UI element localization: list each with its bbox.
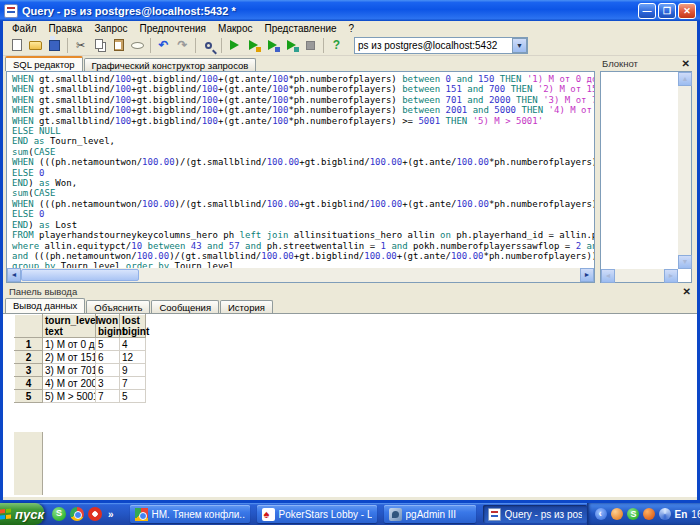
menu-item-?[interactable]: ?: [343, 23, 361, 34]
tray-swirl-icon[interactable]: [659, 508, 671, 520]
row-number[interactable]: 1: [15, 338, 43, 351]
grid-corner-cell[interactable]: [15, 315, 43, 338]
row-number[interactable]: 2: [15, 351, 43, 364]
menu-item-представление[interactable]: Представление: [258, 23, 342, 34]
cell-tourn_level[interactable]: 5) М > 5001: [43, 390, 96, 403]
scroll-right-icon[interactable]: ►: [664, 269, 678, 283]
chrome-quicklaunch-icon[interactable]: [70, 507, 84, 521]
tray-hide-icon[interactable]: [595, 508, 607, 520]
scratchpad-vscrollbar[interactable]: ▲ ▼: [678, 72, 691, 269]
table-row[interactable]: 44) М от 2001 до 500037: [15, 377, 146, 390]
cell-tourn_level[interactable]: 3) М от 701 до 2000: [43, 364, 96, 377]
row-number[interactable]: 4: [15, 377, 43, 390]
skype-quicklaunch-icon[interactable]: [52, 507, 66, 521]
cell-won[interactable]: 3: [96, 377, 120, 390]
language-indicator[interactable]: En: [675, 509, 688, 520]
output-tab[interactable]: Объяснить: [86, 300, 150, 313]
cell-won[interactable]: 6: [96, 351, 120, 364]
scroll-left-icon[interactable]: ◄: [601, 269, 615, 283]
tab-graphical-query-builder[interactable]: Графический конструктор запросов: [84, 58, 257, 71]
table-row[interactable]: 55) М > 500175: [15, 390, 146, 403]
close-button[interactable]: ✕: [678, 3, 696, 19]
skype-tray-icon[interactable]: [627, 508, 639, 520]
sql-text[interactable]: WHEN gt.smallblind/100+gt.bigblind/100+(…: [7, 72, 594, 268]
row-number[interactable]: 3: [15, 364, 43, 377]
explain-options-icon[interactable]: [282, 37, 301, 54]
scroll-down-icon[interactable]: ▼: [678, 255, 692, 269]
minimize-button[interactable]: —: [638, 3, 656, 19]
cell-tourn_level[interactable]: 2) М от 151 до 700: [43, 351, 96, 364]
taskbar-button[interactable]: PokerStars Lobby - L...: [257, 505, 377, 523]
scratchpad-close-icon[interactable]: ✕: [682, 58, 690, 69]
maximize-button[interactable]: ❐: [658, 3, 676, 19]
cell-won[interactable]: 7: [96, 390, 120, 403]
tab-sql-editor[interactable]: SQL редактор: [5, 56, 83, 71]
output-panel-close-icon[interactable]: ✕: [683, 286, 691, 297]
scroll-left-icon[interactable]: ◄: [7, 268, 21, 282]
cell-tourn_level[interactable]: 4) М от 2001 до 5000: [43, 377, 96, 390]
cell-won[interactable]: 6: [96, 364, 120, 377]
table-row[interactable]: 33) М от 701 до 200069: [15, 364, 146, 377]
scroll-up-icon[interactable]: ▲: [678, 72, 692, 86]
new-file-icon[interactable]: [7, 37, 26, 54]
cell-lost[interactable]: 4: [120, 338, 146, 351]
copy-icon[interactable]: [90, 37, 109, 54]
cell-lost[interactable]: 9: [120, 364, 146, 377]
cut-icon[interactable]: ✂: [71, 37, 90, 54]
cell-lost[interactable]: 5: [120, 390, 146, 403]
query-window-icon: [488, 508, 501, 521]
table-row[interactable]: 11) М от 0 до 15054: [15, 338, 146, 351]
undo-icon[interactable]: ↶: [154, 37, 173, 54]
table-row[interactable]: 22) М от 151 до 700612: [15, 351, 146, 364]
output-tabstrip: Вывод данныхОбъяснитьСообщенияИстория: [3, 298, 697, 313]
menu-item-правка[interactable]: Правка: [43, 23, 89, 34]
cell-lost[interactable]: 12: [120, 351, 146, 364]
cell-won[interactable]: 5: [96, 338, 120, 351]
help-icon[interactable]: ?: [327, 37, 346, 54]
output-tab[interactable]: Вывод данных: [5, 298, 85, 313]
save-icon[interactable]: [45, 37, 64, 54]
column-header-lost[interactable]: lostbigint: [120, 315, 146, 338]
row-number[interactable]: 5: [15, 390, 43, 403]
quick-launch-overflow-icon[interactable]: »: [108, 509, 114, 520]
start-button[interactable]: пуск: [0, 503, 44, 525]
scratchpad-hscrollbar[interactable]: ◄ ►: [601, 269, 678, 282]
menu-item-файл[interactable]: Файл: [6, 23, 43, 34]
result-table[interactable]: tourn_leveltextwonbigintlostbigint11) М …: [14, 314, 146, 403]
opera-quicklaunch-icon[interactable]: [88, 507, 102, 521]
output-tab[interactable]: Сообщения: [151, 300, 219, 313]
redo-icon[interactable]: ↷: [173, 37, 192, 54]
cell-lost[interactable]: 7: [120, 377, 146, 390]
toolbar-separator: [221, 38, 222, 53]
column-header-tourn_level[interactable]: tourn_leveltext: [43, 315, 96, 338]
open-folder-icon[interactable]: [26, 37, 45, 54]
connection-combobox[interactable]: ps из postgres@localhost:5432 ▼: [354, 37, 528, 54]
explain-query-icon[interactable]: [263, 37, 282, 54]
menu-item-предпочтения[interactable]: Предпочтения: [134, 23, 212, 34]
find-icon[interactable]: [199, 37, 218, 54]
scratchpad-input[interactable]: ▲ ▼ ◄ ►: [600, 71, 692, 283]
taskbar-button[interactable]: НМ. Тянем конфли...: [130, 505, 250, 523]
menu-item-запрос[interactable]: Запрос: [88, 23, 133, 34]
menu-item-макрос[interactable]: Макрос: [212, 23, 259, 34]
output-tab[interactable]: История: [220, 300, 273, 313]
cell-tourn_level[interactable]: 1) М от 0 до 150: [43, 338, 96, 351]
toolbar-separator: [195, 38, 196, 53]
sql-editor[interactable]: WHEN gt.smallblind/100+gt.bigblind/100+(…: [6, 71, 595, 283]
taskbar-button[interactable]: pgAdmin III: [384, 505, 476, 523]
editor-hscrollbar[interactable]: ◄ ►: [7, 268, 594, 282]
paste-icon[interactable]: [109, 37, 128, 54]
scrollbar-thumb[interactable]: [21, 269, 139, 281]
execute-pgscript-icon[interactable]: [244, 37, 263, 54]
clear-window-icon[interactable]: [128, 37, 147, 54]
tray-app-flame-icon[interactable]: [643, 508, 655, 520]
tray-app-orange-icon[interactable]: [611, 508, 623, 520]
data-output-grid: tourn_leveltextwonbigintlostbigint11) М …: [3, 313, 697, 497]
chevron-down-icon[interactable]: ▼: [512, 38, 527, 53]
scroll-right-icon[interactable]: ►: [580, 268, 594, 282]
titlebar[interactable]: Query - ps из postgres@localhost:5432 * …: [0, 0, 700, 21]
execute-query-icon[interactable]: [225, 37, 244, 54]
taskbar-button[interactable]: Query - ps из postgr...: [483, 505, 587, 523]
cancel-query-icon[interactable]: [301, 37, 320, 54]
column-header-won[interactable]: wonbigint: [96, 315, 120, 338]
